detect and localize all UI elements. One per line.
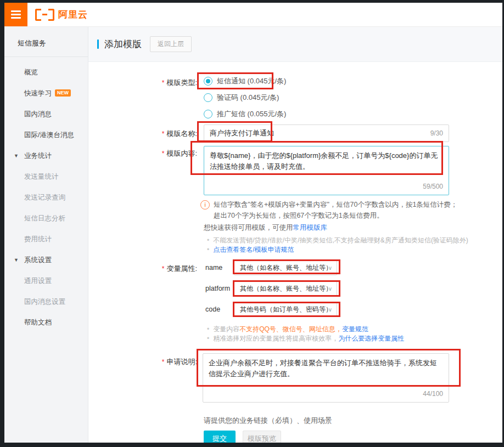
title-accent-bar xyxy=(97,39,99,49)
chevron-down-icon: ∨ xyxy=(328,303,332,316)
billing-note: i 短信字数含"签名+模版内容+变量内容"，短信70个字数含以内，按1条短信计费… xyxy=(200,199,460,221)
sidebar: 短信服务 概览 快速学习NEW 国内消息 国际/港澳台消息 ▼业务统计 发送量统… xyxy=(4,27,88,443)
page-title: 添加模版 xyxy=(104,38,142,50)
template-type-label: *模版类型: xyxy=(88,78,197,88)
sidebar-group-business-stats[interactable]: ▼业务统计 xyxy=(4,145,88,166)
common-template-library-link[interactable]: 常用模版库 xyxy=(293,224,328,231)
sidebar-item-intl-messages[interactable]: 国际/港澳台消息 xyxy=(4,125,88,145)
sidebar-item-cost-stats[interactable]: 费用统计 xyxy=(4,229,88,250)
aliyun-logo: 阿里云 xyxy=(35,3,88,26)
var-code-select[interactable]: 其他号码（如订单号、密码等） ∨ xyxy=(234,302,337,317)
radio-verification-code[interactable]: 验证码 (0.045元/条) xyxy=(204,93,279,103)
sidebar-item-quick-learning[interactable]: 快速学习NEW xyxy=(4,83,88,104)
var-platform-label: platform xyxy=(205,285,230,292)
radio-promo-sms[interactable]: 推广短信 (0.055元/条) xyxy=(204,109,286,119)
var-name-label: name xyxy=(205,264,222,271)
var-platform-select[interactable]: 其他（如名称、账号、地址等） ∨ xyxy=(234,281,337,296)
sidebar-item-sms-log-analysis[interactable]: 短信日志分析 xyxy=(4,208,88,229)
logo-bracket-left-icon xyxy=(35,9,41,21)
radio-selected-icon[interactable] xyxy=(204,77,212,86)
hamburger-menu-button[interactable] xyxy=(4,3,27,26)
content-char-counter: 59/500 xyxy=(423,181,443,192)
bullet-dot: • xyxy=(207,246,209,253)
hamburger-icon xyxy=(11,10,21,12)
variable-spec-link[interactable]: 变量规范 xyxy=(342,325,368,333)
hamburger-icon xyxy=(11,14,21,15)
bullet-dot: • xyxy=(207,325,209,333)
var-name-select[interactable]: 其他（如名称、账号、地址等） ∨ xyxy=(234,261,337,275)
hamburger-icon xyxy=(11,17,21,19)
billing-note-text: 短信字数含"签名+模版内容+变量内容"，短信70个字数含以内，按1条短信计费；超… xyxy=(214,199,460,221)
name-char-counter: 9/30 xyxy=(430,125,443,142)
radio-unselected-icon[interactable] xyxy=(204,93,212,102)
template-name-input[interactable]: 商户待支付订单通知 9/30 xyxy=(204,125,449,142)
sidebar-title: 短信服务 xyxy=(4,27,88,57)
signature-template-spec-link[interactable]: 点击查看签名/模板申请规范 xyxy=(213,246,294,253)
template-name-label: *模版名称: xyxy=(88,129,197,139)
sidebar-item-general-settings[interactable]: 通用设置 xyxy=(4,270,88,291)
template-name-value: 商户待支付订单通知 xyxy=(210,129,274,137)
quick-template-hint: 想快速获得可用模版，可使用常用模版库 xyxy=(204,223,327,233)
submit-button[interactable]: 提交 xyxy=(204,431,236,443)
screenshot-frame: 阿里云 短信服务 概览 快速学习NEW 国内消息 国际/港澳台消息 ▼业务统计 … xyxy=(0,0,504,447)
why-variable-attr-link[interactable]: 为什么要选择变量属性 xyxy=(338,335,404,342)
sidebar-item-overview[interactable]: 概览 xyxy=(4,62,88,83)
info-icon: i xyxy=(200,200,210,210)
content-restriction-bullet: •不能发送营销/贷款/借款/中奖/抽奖类短信,不支持金融理财&房产通知类短信(验… xyxy=(207,236,468,245)
application-desc-value: 企业商户余额不足时，对接餐道聚合平台的订单不推送给骑手，系统发短信提示企业商户进… xyxy=(209,359,437,378)
logo-text: 阿里云 xyxy=(58,8,88,21)
variable-attrs-label: *变量属性: xyxy=(88,264,197,274)
template-preview-button[interactable]: 模版预览 xyxy=(243,431,281,443)
required-asterisk: * xyxy=(162,79,165,87)
back-to-parent-button[interactable]: 返回上层 xyxy=(150,36,192,52)
main-area: 添加模版 返回上层 *模版类型: 短信通知 (0.045元/条) 验证码 (0.… xyxy=(88,27,502,443)
variable-advice-bullet: •精准选择对应的变量属性将提高审核效率，为什么要选择变量属性 xyxy=(207,334,404,343)
bullet-dot: • xyxy=(207,236,209,244)
application-char-counter: 44/100 xyxy=(423,388,443,399)
logo-dash-icon xyxy=(42,14,47,15)
sidebar-item-send-record-query[interactable]: 发送记录查询 xyxy=(4,187,88,208)
new-badge: NEW xyxy=(55,89,71,97)
application-desc-textarea[interactable]: 企业商户余额不足时，对接餐道聚合平台的订单不推送给骑手，系统发短信提示企业商户进… xyxy=(203,353,449,403)
chevron-down-icon: ▼ xyxy=(14,250,19,270)
radio-sms-notification[interactable]: 短信通知 (0.045元/条) xyxy=(204,76,286,86)
template-content-textarea[interactable]: 尊敬${name}，由于您的${platform}余额不足，订单号为${code… xyxy=(204,146,449,195)
logo-bracket-right-icon xyxy=(48,9,54,21)
variable-restriction-bullet: •变量内容不支持QQ号、微信号、网址信息，变量规范 xyxy=(207,325,368,334)
console-window: 阿里云 短信服务 概览 快速学习NEW 国内消息 国际/港澳台消息 ▼业务统计 … xyxy=(4,3,502,443)
chevron-down-icon: ∨ xyxy=(328,282,332,296)
radio-unselected-icon[interactable] xyxy=(204,110,212,118)
business-link-hint: 请提供您的业务链接（必填）、使用场景 xyxy=(204,416,332,426)
sidebar-item-send-volume-stats[interactable]: 发送量统计 xyxy=(4,166,88,187)
page-header: 添加模版 返回上层 xyxy=(88,27,502,62)
spec-link-bullet: •点击查看签名/模板申请规范 xyxy=(207,245,294,254)
application-desc-label: *申请说明: xyxy=(88,357,197,367)
variable-restriction-highlight: 不支持QQ号、微信号、网址信息， xyxy=(239,325,342,333)
bullet-dot: • xyxy=(207,335,209,342)
chevron-down-icon: ∨ xyxy=(328,261,332,275)
sidebar-group-system-settings[interactable]: ▼系统设置 xyxy=(4,250,88,270)
form-canvas: *模版类型: 短信通知 (0.045元/条) 验证码 (0.045元/条) 推广… xyxy=(88,62,502,443)
template-content-label: *模版内容: xyxy=(88,149,197,159)
chevron-down-icon: ▼ xyxy=(14,145,19,166)
var-code-label: code xyxy=(205,305,220,313)
top-navbar: 阿里云 xyxy=(4,3,502,27)
sidebar-item-help-docs[interactable]: 帮助文档 xyxy=(4,312,88,333)
template-content-value: 尊敬${name}，由于您的${platform}余额不足，订单号为${code… xyxy=(210,151,438,171)
sidebar-item-domestic-message-settings[interactable]: 国内消息设置 xyxy=(4,291,88,312)
sidebar-item-domestic-messages[interactable]: 国内消息 xyxy=(4,104,88,125)
